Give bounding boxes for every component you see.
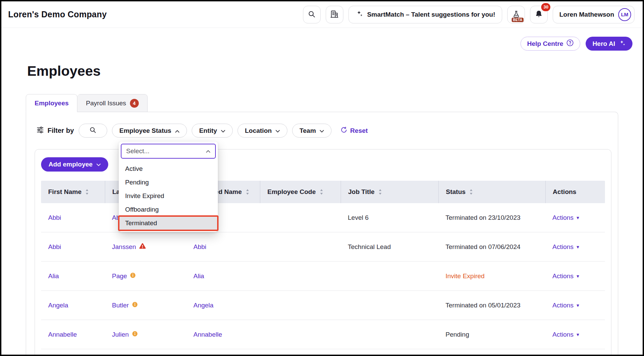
column-header-status[interactable]: Status	[438, 181, 545, 203]
employee-status-filter-wrapper: Employee Status Active Pen	[112, 124, 187, 138]
table-row: Abbi Janssen Abbi Technical Lead Termina…	[41, 232, 605, 262]
row-actions-button[interactable]: Actions▾	[552, 243, 579, 251]
tab-employees-label: Employees	[35, 100, 69, 107]
job-title-value: Technical Lead	[348, 243, 391, 251]
location-filter[interactable]: Location	[238, 124, 287, 138]
job-title-value: Level 6	[348, 214, 368, 221]
payroll-issues-badge: 4	[130, 99, 139, 108]
info-icon[interactable]	[130, 272, 136, 280]
table-row: Annabelle Julien Annabelle Pending Actio…	[41, 320, 605, 349]
header-actions-row: Help Centre Hero AI	[1, 37, 632, 51]
employee-last-name-link[interactable]: Butler	[112, 302, 129, 309]
avatar: LM	[618, 8, 631, 21]
row-actions-button[interactable]: Actions▾	[552, 331, 579, 338]
column-label: Status	[446, 188, 466, 196]
chevron-up-icon[interactable]	[206, 148, 210, 154]
table-row: Alia Page Alia Invite Expired Actions▾	[41, 262, 605, 291]
column-header-first-name[interactable]: First Name	[41, 181, 105, 203]
organisation-button[interactable]	[326, 6, 343, 23]
reset-filters-button[interactable]: Reset	[340, 126, 368, 135]
filled-caret-down-icon: ▾	[576, 303, 579, 308]
search-button[interactable]	[303, 6, 321, 23]
employee-last-name-link[interactable]: Page	[112, 272, 127, 280]
employee-status-filter[interactable]: Employee Status	[112, 124, 187, 138]
bell-icon	[535, 10, 543, 19]
row-actions-button[interactable]: Actions▾	[552, 214, 579, 221]
employee-preferred-name-link[interactable]: Annabelle	[193, 331, 222, 338]
sort-icon[interactable]	[246, 189, 249, 195]
team-filter-label: Team	[300, 127, 316, 135]
status-value: Invite Expired	[446, 272, 485, 280]
team-filter[interactable]: Team	[292, 124, 332, 138]
status-option-terminated[interactable]: Terminated	[119, 216, 218, 230]
column-label: First Name	[48, 188, 81, 196]
employee-first-name-link[interactable]: Alia	[48, 272, 59, 280]
actions-label: Actions	[552, 331, 573, 338]
chevron-down-icon	[276, 127, 280, 135]
smartmatch-button[interactable]: SmartMatch – Talent suggestions for you!	[348, 6, 503, 23]
employee-last-name-link[interactable]: Janssen	[112, 243, 136, 251]
user-menu-button[interactable]: Loren Mathewson LM	[553, 6, 634, 23]
actions-label: Actions	[552, 243, 573, 251]
column-header-employee-code[interactable]: Employee Code	[260, 181, 341, 203]
sparkle-icon	[619, 39, 626, 48]
status-value: Terminated on 05/01/2023	[446, 302, 520, 309]
actions-label: Actions	[552, 272, 573, 280]
search-filter-button[interactable]	[79, 124, 107, 138]
company-name: Loren's Demo Company	[8, 10, 107, 19]
employees-panel: Filter by Employee Status	[26, 112, 618, 356]
filter-by: Filter by	[36, 126, 74, 136]
status-select-box	[121, 144, 216, 159]
warning-icon[interactable]	[139, 243, 146, 251]
labs-button[interactable]: BETA	[507, 6, 525, 23]
sparkle-icon	[356, 10, 363, 19]
filled-caret-down-icon: ▾	[576, 215, 579, 220]
chevron-down-icon	[96, 161, 101, 168]
employee-first-name-link[interactable]: Abbi	[48, 243, 61, 251]
reset-icon	[340, 126, 347, 135]
status-option-terminated-label: Terminated	[125, 219, 157, 227]
smartmatch-label: SmartMatch – Talent suggestions for you!	[367, 11, 495, 18]
employee-status-filter-label: Employee Status	[119, 127, 171, 135]
row-actions-button[interactable]: Actions▾	[552, 302, 579, 309]
entity-filter[interactable]: Entity	[192, 124, 233, 138]
row-actions-button[interactable]: Actions▾	[552, 272, 579, 280]
status-option-active[interactable]: Active	[119, 162, 218, 176]
table-row: Angela Butler Angela Terminated on 05/01…	[41, 291, 605, 320]
tab-payroll-issues[interactable]: Payroll Issues 4	[77, 94, 147, 112]
hero-ai-button[interactable]: Hero AI	[586, 37, 632, 51]
employee-last-name-link[interactable]: Julien	[112, 331, 129, 338]
info-icon[interactable]	[132, 331, 138, 338]
status-option-offboarding[interactable]: Offboarding	[119, 203, 218, 216]
employee-preferred-name-link[interactable]: Abbi	[193, 243, 206, 251]
sort-icon[interactable]	[85, 189, 89, 195]
status-option-pending[interactable]: Pending	[119, 176, 218, 189]
status-value: Terminated on 07/06/2024	[446, 243, 520, 251]
sort-icon[interactable]	[469, 189, 473, 195]
beta-badge: BETA	[512, 18, 524, 22]
employee-first-name-link[interactable]: Annabelle	[48, 331, 77, 338]
app-window: Loren's Demo Company SmartMatch – Talent…	[0, 0, 644, 356]
info-icon[interactable]	[132, 302, 138, 309]
building-icon	[330, 10, 339, 19]
status-value: Pending	[446, 331, 469, 338]
add-employee-button[interactable]: Add employee	[41, 157, 108, 172]
actions-label: Actions	[552, 302, 573, 309]
status-option-invite-expired[interactable]: Invite Expired	[119, 189, 218, 203]
status-select-input[interactable]	[126, 147, 203, 155]
employee-first-name-link[interactable]: Angela	[48, 302, 68, 309]
sort-icon[interactable]	[378, 189, 382, 195]
help-centre-button[interactable]: Help Centre	[520, 37, 580, 51]
tab-bar: Employees Payroll Issues 4	[26, 94, 643, 112]
employee-preferred-name-link[interactable]: Angela	[193, 302, 213, 309]
employee-first-name-link[interactable]: Abbi	[48, 214, 61, 221]
column-header-actions: Actions	[545, 181, 605, 203]
column-header-job-title[interactable]: Job Title	[341, 181, 438, 203]
employee-preferred-name-link[interactable]: Alia	[193, 272, 204, 280]
notifications-button[interactable]: 30	[530, 6, 548, 23]
sort-icon[interactable]	[320, 189, 323, 195]
tab-employees[interactable]: Employees	[26, 94, 77, 112]
notification-count-badge: 30	[541, 3, 550, 11]
filled-caret-down-icon: ▾	[576, 244, 579, 249]
hero-ai-label: Hero AI	[592, 40, 615, 48]
